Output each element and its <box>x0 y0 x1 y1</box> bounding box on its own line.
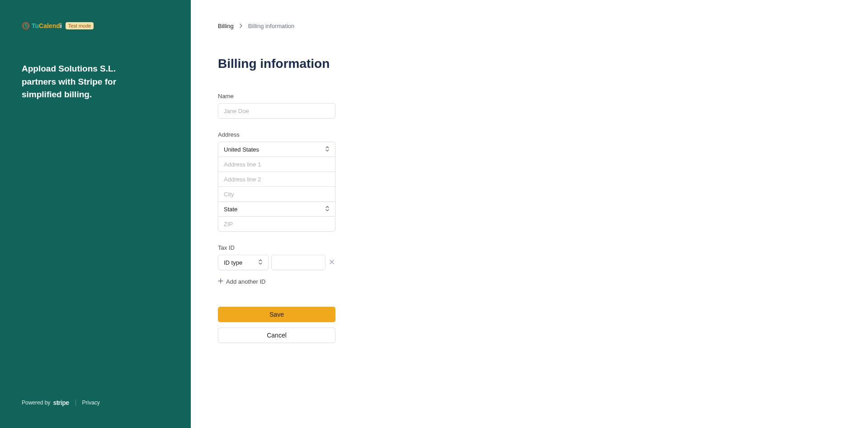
powered-by[interactable]: Powered by stripe <box>22 399 69 406</box>
address-label: Address <box>218 131 335 138</box>
name-group: Name <box>218 93 335 119</box>
name-input[interactable] <box>218 103 335 119</box>
tax-group: Tax ID ID type Add another ID <box>218 244 335 285</box>
zip-input[interactable] <box>218 216 335 232</box>
partner-text: Appload Solutions S.L. partners with Str… <box>22 62 139 101</box>
test-mode-badge: Test mode <box>66 22 94 29</box>
billing-form: Name Address United States State <box>218 93 335 343</box>
tax-id-type-value: ID type <box>224 259 242 266</box>
tax-id-type-select[interactable]: ID type <box>218 255 269 270</box>
remove-tax-id-button[interactable] <box>328 258 335 266</box>
tax-row: ID type <box>218 255 335 270</box>
main-content: Billing Billing information Billing info… <box>191 0 868 428</box>
select-updown-icon <box>325 205 330 213</box>
plus-icon <box>218 278 223 285</box>
address-stack: United States State <box>218 142 335 232</box>
add-another-id-button[interactable]: Add another ID <box>218 278 335 285</box>
page-title: Billing information <box>218 57 841 71</box>
city-input[interactable] <box>218 186 335 202</box>
save-button[interactable]: Save <box>218 307 335 322</box>
state-select-value: State <box>224 206 237 213</box>
address-group: Address United States State <box>218 131 335 232</box>
logo[interactable]: TuCalendi <box>22 22 62 30</box>
country-select-value: United States <box>224 146 259 153</box>
button-group: Save Cancel <box>218 307 335 343</box>
select-updown-icon <box>258 259 263 266</box>
logo-row: TuCalendi Test mode <box>22 22 169 30</box>
sidebar: TuCalendi Test mode Appload Solutions S.… <box>0 0 191 428</box>
state-select[interactable]: State <box>218 201 335 217</box>
select-updown-icon <box>325 146 330 153</box>
tax-label: Tax ID <box>218 244 335 251</box>
chevron-right-icon <box>239 23 243 29</box>
address-line1-input[interactable] <box>218 157 335 172</box>
footer-divider <box>75 399 76 406</box>
tax-id-input[interactable] <box>271 255 326 270</box>
breadcrumb: Billing Billing information <box>218 23 841 29</box>
cancel-button[interactable]: Cancel <box>218 328 335 343</box>
sidebar-footer: Powered by stripe Privacy <box>22 399 169 406</box>
add-another-id-label: Add another ID <box>226 278 265 285</box>
country-select[interactable]: United States <box>218 142 335 157</box>
stripe-logo: stripe <box>53 399 69 406</box>
logo-text: TuCalendi <box>32 22 62 29</box>
powered-by-label: Powered by <box>22 399 50 406</box>
privacy-link[interactable]: Privacy <box>82 399 100 406</box>
breadcrumb-current: Billing information <box>248 23 295 29</box>
clock-icon <box>22 22 30 30</box>
name-label: Name <box>218 93 335 100</box>
address-line2-input[interactable] <box>218 171 335 187</box>
breadcrumb-billing-link[interactable]: Billing <box>218 23 234 29</box>
